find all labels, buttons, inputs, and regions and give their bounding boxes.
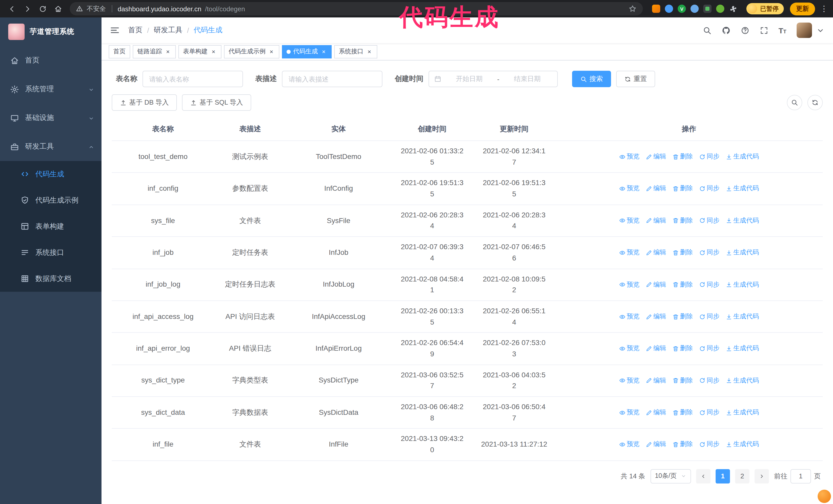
edit-link[interactable]: 编辑	[646, 184, 666, 194]
sidebar-item-2[interactable]: 基础设施	[0, 103, 101, 132]
browser-update-button[interactable]: 更新	[790, 2, 815, 15]
generate-code-link[interactable]: 生成代码	[725, 408, 759, 417]
breadcrumb-item[interactable]: 首页	[128, 26, 143, 35]
tab-0[interactable]: 首页	[109, 45, 130, 58]
sync-link[interactable]: 同步	[699, 280, 719, 290]
puzzle-extensions-icon[interactable]	[729, 5, 737, 13]
sync-link[interactable]: 同步	[699, 440, 719, 450]
table-name-input[interactable]	[143, 71, 243, 87]
preview-link[interactable]: 预览	[619, 312, 640, 322]
security-label[interactable]: 不安全	[87, 4, 106, 13]
close-icon[interactable]: ×	[210, 48, 217, 55]
sync-link[interactable]: 同步	[699, 248, 719, 258]
preview-link[interactable]: 预览	[619, 152, 640, 162]
chevron-down-icon[interactable]	[816, 26, 825, 34]
delete-link[interactable]: 删除	[672, 152, 693, 162]
fullscreen-icon[interactable]	[759, 26, 768, 34]
sidebar-item-1[interactable]: 系统管理	[0, 75, 101, 103]
generate-code-link[interactable]: 生成代码	[725, 248, 759, 258]
prev-page-button[interactable]	[696, 469, 711, 483]
start-date-placeholder[interactable]: 开始日期	[445, 74, 494, 83]
close-icon[interactable]: ×	[366, 48, 373, 55]
delete-link[interactable]: 删除	[672, 184, 693, 194]
edit-link[interactable]: 编辑	[646, 440, 666, 450]
reset-button[interactable]: 重置	[616, 71, 655, 87]
edit-link[interactable]: 编辑	[646, 408, 666, 417]
browser-menu-icon[interactable]: ⋮	[820, 4, 828, 13]
address-bar[interactable]: 不安全 dashboard.yudao.iocoder.cn/tool/code…	[70, 2, 643, 16]
generate-code-link[interactable]: 生成代码	[725, 184, 759, 194]
font-size-icon[interactable]: TT	[779, 26, 786, 34]
sidebar-subitem-4[interactable]: 数据库文档	[0, 266, 101, 292]
close-icon[interactable]: ×	[268, 48, 275, 55]
generate-code-link[interactable]: 生成代码	[725, 344, 759, 354]
tab-3[interactable]: 代码生成示例×	[224, 45, 279, 58]
page-button-2[interactable]: 2	[735, 469, 749, 483]
edit-link[interactable]: 编辑	[646, 344, 666, 354]
delete-link[interactable]: 删除	[672, 344, 693, 354]
browser-forward-button[interactable]	[21, 2, 34, 16]
import-db-button[interactable]: 基于 DB 导入	[112, 94, 177, 111]
sync-link[interactable]: 同步	[699, 312, 719, 322]
edit-link[interactable]: 编辑	[646, 248, 666, 258]
tab-4[interactable]: 代码生成×	[282, 45, 332, 58]
sync-link[interactable]: 同步	[699, 408, 719, 417]
next-page-button[interactable]	[755, 469, 769, 483]
preview-link[interactable]: 预览	[619, 248, 640, 258]
preview-link[interactable]: 预览	[619, 184, 640, 194]
refresh-table-button[interactable]	[807, 95, 823, 110]
edit-link[interactable]: 编辑	[646, 376, 666, 386]
sync-link[interactable]: 同步	[699, 152, 719, 162]
delete-link[interactable]: 删除	[672, 440, 693, 450]
bookmark-star-icon[interactable]	[628, 5, 637, 13]
edit-link[interactable]: 编辑	[646, 280, 666, 290]
end-date-placeholder[interactable]: 结束日期	[502, 74, 552, 83]
sync-link[interactable]: 同步	[699, 376, 719, 386]
edit-link[interactable]: 编辑	[646, 312, 666, 322]
page-size-select[interactable]: 10条/页	[650, 469, 691, 483]
delete-link[interactable]: 删除	[672, 280, 693, 290]
close-icon[interactable]: ×	[320, 48, 327, 55]
page-button-1[interactable]: 1	[716, 469, 730, 483]
breadcrumb-item[interactable]: 研发工具	[154, 26, 183, 35]
preview-link[interactable]: 预览	[619, 440, 640, 450]
floating-badge[interactable]	[818, 490, 831, 503]
app-logo[interactable]: 芋道管理系统	[0, 18, 101, 46]
goto-page-input[interactable]	[790, 469, 811, 483]
preview-link[interactable]: 预览	[619, 216, 640, 226]
orange-extension-icon[interactable]	[652, 5, 660, 13]
github-icon[interactable]	[721, 26, 730, 34]
tab-5[interactable]: 系统接口×	[334, 45, 377, 58]
browser-reload-button[interactable]	[36, 2, 49, 16]
delete-link[interactable]: 删除	[672, 216, 693, 226]
browser-home-button[interactable]	[51, 2, 65, 16]
leaf-extension-icon[interactable]	[716, 5, 724, 13]
generate-code-link[interactable]: 生成代码	[725, 216, 759, 226]
generate-code-link[interactable]: 生成代码	[725, 312, 759, 322]
sidebar-subitem-2[interactable]: 表单构建	[0, 213, 101, 239]
generate-code-link[interactable]: 生成代码	[725, 152, 759, 162]
sync-link[interactable]: 同步	[699, 184, 719, 194]
delete-link[interactable]: 删除	[672, 248, 693, 258]
generate-code-link[interactable]: 生成代码	[725, 280, 759, 290]
table-desc-input[interactable]	[282, 71, 382, 87]
sidebar-subitem-3[interactable]: 系统接口	[0, 239, 101, 266]
edit-link[interactable]: 编辑	[646, 216, 666, 226]
dark-extension-icon[interactable]	[703, 5, 712, 13]
close-icon[interactable]: ×	[165, 48, 171, 55]
preview-link[interactable]: 预览	[619, 408, 640, 417]
edit-link[interactable]: 编辑	[646, 152, 666, 162]
tab-1[interactable]: 链路追踪×	[133, 45, 176, 58]
user-avatar[interactable]	[796, 23, 812, 38]
delete-link[interactable]: 删除	[672, 312, 693, 322]
browser-back-button[interactable]	[5, 2, 19, 16]
generate-code-link[interactable]: 生成代码	[725, 440, 759, 450]
hamburger-icon[interactable]	[110, 25, 120, 35]
date-range-picker[interactable]: 开始日期 - 结束日期	[429, 71, 558, 87]
import-sql-button[interactable]: 基于 SQL 导入	[182, 94, 252, 111]
delete-link[interactable]: 删除	[672, 376, 693, 386]
generate-code-link[interactable]: 生成代码	[725, 376, 759, 386]
sidebar-item-3[interactable]: 研发工具	[0, 132, 101, 161]
blue-extension-icon[interactable]	[665, 5, 673, 13]
search-icon[interactable]	[703, 26, 711, 34]
